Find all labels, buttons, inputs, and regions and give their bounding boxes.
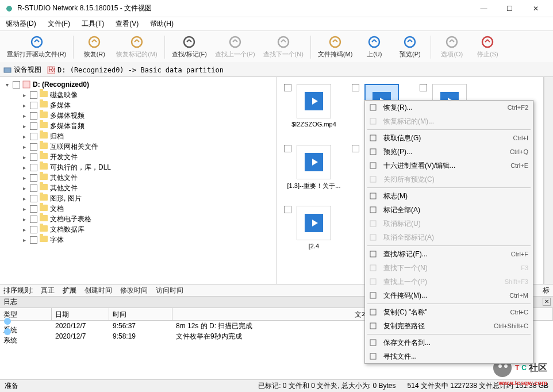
menu-find[interactable]: 查找/标记(F)...Ctrl+F (365, 247, 533, 261)
menu-item[interactable]: 文件(F) (45, 18, 72, 30)
tree-item[interactable]: ▸文档电子表格 (0, 214, 276, 224)
tree-item[interactable]: ▸归档 (0, 131, 276, 141)
col-time[interactable]: 时间 (109, 308, 172, 320)
menu-info[interactable]: 获取信息(G)Ctrl+I (365, 131, 533, 145)
checkbox[interactable] (30, 133, 37, 140)
checkbox[interactable] (30, 195, 37, 202)
menu-search-file[interactable]: 寻找文件... (365, 349, 533, 363)
tab-device-view[interactable]: 设备视图 (3, 65, 41, 75)
expander-icon[interactable]: ▸ (21, 144, 28, 150)
menu-copy[interactable]: 复制(C) "名称"Ctrl+C (365, 305, 533, 319)
menu-recover[interactable]: 恢复(R)...Ctrl+F2 (365, 101, 533, 114)
tree-item[interactable]: ▸多媒体视频 (0, 110, 276, 121)
menu-item[interactable]: 查看(V) (113, 18, 141, 30)
tree-item[interactable]: ▸多媒体音频 (0, 121, 276, 131)
expander-icon[interactable]: ▸ (21, 226, 28, 233)
checkbox[interactable] (30, 112, 37, 120)
expander-icon[interactable]: ▸ (21, 92, 28, 98)
checkbox[interactable] (30, 174, 37, 182)
checkbox[interactable] (352, 84, 359, 91)
minimize-button[interactable]: — (471, 1, 497, 17)
scrollbar[interactable] (544, 77, 553, 284)
tree-item[interactable]: ▸其他文件 (0, 183, 276, 193)
menu-mask[interactable]: 文件掩码(M)...Ctrl+M (365, 289, 533, 302)
tree-item[interactable]: ▸图形, 图片 (0, 193, 276, 203)
tree-item[interactable]: ▸文档 (0, 203, 276, 214)
expander-icon[interactable]: ▸ (21, 123, 28, 129)
menu-copy-path[interactable]: 复制完整路径Ctrl+Shift+C (365, 319, 533, 333)
checkbox[interactable] (30, 226, 37, 233)
log-close-button[interactable]: ✕ (543, 298, 551, 306)
toolbar-up[interactable]: 上(U) (357, 33, 391, 61)
menu-item[interactable]: 工具(T) (79, 18, 106, 30)
sort-option[interactable]: 创建时间 (85, 286, 112, 294)
maximize-button[interactable]: ☐ (497, 1, 523, 17)
checkbox[interactable] (284, 84, 291, 91)
tree-item[interactable]: ▸可执行的，库，DLL (0, 162, 276, 172)
col-date[interactable]: 日期 (52, 308, 109, 320)
folder-tree[interactable]: ▾ D: (Recognized0) ▸磁盘映像▸多媒体▸多媒体视频▸多媒体音频… (0, 77, 277, 284)
tree-item[interactable]: ▸字体 (0, 235, 276, 245)
sort-option[interactable]: 修改时间 (120, 286, 148, 294)
close-button[interactable]: ✕ (523, 1, 548, 17)
checkbox[interactable] (284, 145, 291, 152)
file-item[interactable]: $I2ZSZOG.mp4 (282, 82, 346, 139)
toolbar-refresh[interactable]: 重新打开驱动文件(R) (3, 33, 70, 61)
checkbox[interactable] (30, 164, 37, 171)
tree-item[interactable]: ▸开发文件 (0, 152, 276, 162)
toolbar-preview[interactable]: 预览(P) (393, 33, 427, 61)
checkbox[interactable] (30, 216, 37, 223)
sort-option[interactable]: 真正 (41, 286, 55, 294)
expander-icon[interactable]: ▸ (21, 175, 28, 181)
expander-icon[interactable]: ▸ (21, 154, 28, 160)
checkbox[interactable] (30, 143, 37, 151)
toolbar-recover[interactable]: 恢复(R) (77, 33, 112, 61)
menu-find-prev: 查找上一个(P)Shift+F3 (365, 275, 533, 289)
menu-check[interactable]: 标志(M) (365, 189, 533, 203)
menu-hex[interactable]: 十六进制查看(V)/编辑...Ctrl+E (365, 159, 533, 172)
expander-icon[interactable]: ▸ (21, 133, 28, 140)
file-thumbnail[interactable] (297, 206, 331, 240)
checkbox[interactable] (30, 236, 37, 244)
expander-icon[interactable]: ▸ (21, 113, 28, 119)
tree-item[interactable]: ▸文档数据库 (0, 224, 276, 235)
menu-item[interactable]: 帮助(H) (148, 18, 176, 30)
checkbox[interactable] (30, 91, 37, 99)
expander-icon[interactable]: ▸ (21, 216, 28, 222)
toolbar-mask[interactable]: 文件掩码(M) (314, 33, 356, 61)
sort-option[interactable]: 访问时间 (156, 286, 183, 294)
checkbox[interactable] (30, 122, 37, 130)
toolbar-find[interactable]: 查找/标记(F) (168, 33, 210, 61)
file-item[interactable]: [1.3]--重要！关于... (282, 143, 346, 200)
expander-icon[interactable]: ▾ (3, 82, 10, 88)
expander-icon[interactable]: ▸ (21, 206, 28, 212)
expander-icon[interactable]: ▸ (21, 195, 28, 202)
file-thumbnail[interactable] (297, 84, 331, 118)
menu-check-all[interactable]: 标记全部(A) (365, 203, 533, 217)
sort-option[interactable]: 扩展 (63, 286, 76, 294)
tree-item[interactable]: ▸互联网相关文件 (0, 141, 276, 152)
checkbox[interactable] (13, 81, 20, 89)
tree-item[interactable]: ▸其他文件 (0, 172, 276, 183)
expander-icon[interactable]: ▸ (21, 102, 28, 109)
checkbox[interactable] (352, 145, 359, 152)
tab-partition[interactable]: Rec D: (Recognized0) -> Basic data parti… (47, 66, 224, 74)
tree-item[interactable]: ▸多媒体 (0, 100, 276, 110)
checkbox[interactable] (30, 205, 37, 213)
checkbox[interactable] (30, 102, 37, 109)
expander-icon[interactable]: ▸ (21, 164, 28, 171)
tree-item[interactable]: ▸磁盘映像 (0, 90, 276, 100)
menu-save[interactable]: 保存文件名到... (365, 336, 533, 349)
file-thumbnail[interactable] (297, 145, 331, 179)
expander-icon[interactable]: ▸ (21, 185, 28, 191)
menu-preview[interactable]: 预览(P)...Ctrl+Q (365, 145, 533, 159)
checkbox[interactable] (284, 206, 291, 213)
expander-icon[interactable]: ▸ (21, 237, 28, 243)
file-item[interactable]: [2.4 (282, 203, 346, 261)
checkbox[interactable] (30, 153, 37, 161)
checkbox[interactable] (420, 84, 427, 91)
tree-root[interactable]: ▾ D: (Recognized0) (0, 79, 276, 90)
menu-item[interactable]: 驱动器(D) (3, 18, 39, 30)
checkbox[interactable] (30, 185, 37, 192)
svg-rect-33 (370, 340, 376, 345)
